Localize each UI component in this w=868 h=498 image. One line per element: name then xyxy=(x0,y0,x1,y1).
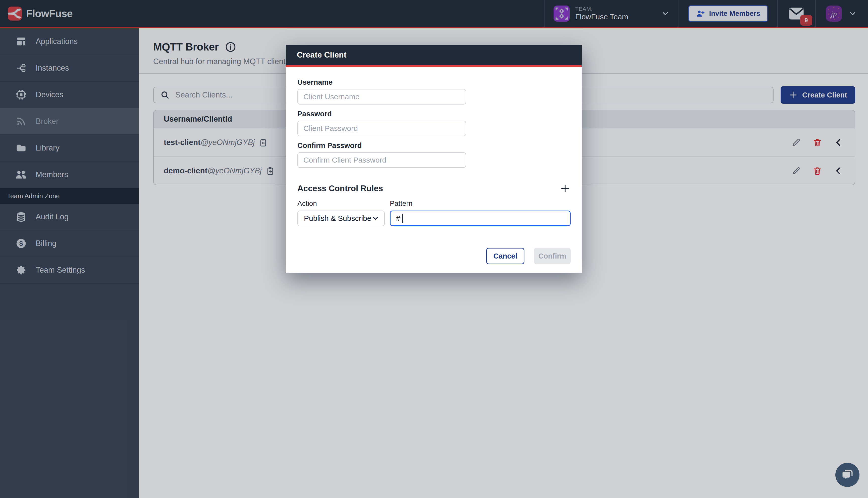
text-cursor xyxy=(402,214,403,223)
create-client-dialog: Create Client Username Password Confirm … xyxy=(286,45,582,273)
add-rule-plus-icon[interactable] xyxy=(560,183,571,194)
confirm-password-label: Confirm Password xyxy=(297,141,571,150)
confirm-button[interactable]: Confirm xyxy=(534,248,571,264)
dialog-header: Create Client xyxy=(286,45,582,67)
acl-rule-row: Action Publish & Subscribe Pattern xyxy=(297,199,571,226)
app-root: FlowFuse TEAM: F xyxy=(0,0,868,498)
pattern-label: Pattern xyxy=(390,199,571,208)
username-field-group: Username xyxy=(297,78,571,105)
password-input[interactable] xyxy=(297,121,466,136)
dialog-body: Username Password Confirm Password Acces… xyxy=(286,67,582,273)
confirm-password-input[interactable] xyxy=(297,152,466,168)
action-select[interactable]: Publish & Subscribe xyxy=(297,211,385,226)
action-select-value: Publish & Subscribe xyxy=(304,214,371,223)
dialog-buttons: Cancel Confirm xyxy=(297,248,571,264)
password-field-group: Password xyxy=(297,109,571,136)
dialog-title: Create Client xyxy=(297,50,346,60)
chevron-down-icon xyxy=(372,214,379,222)
confirm-password-field-group: Confirm Password xyxy=(297,141,571,168)
username-input[interactable] xyxy=(297,89,466,105)
access-control-rules-title: Access Control Rules xyxy=(297,184,383,193)
access-control-rules-header: Access Control Rules xyxy=(297,183,571,194)
pattern-input[interactable] xyxy=(390,211,571,226)
password-label: Password xyxy=(297,109,571,118)
username-label: Username xyxy=(297,78,571,87)
action-label: Action xyxy=(297,199,385,208)
cancel-button[interactable]: Cancel xyxy=(486,248,524,264)
